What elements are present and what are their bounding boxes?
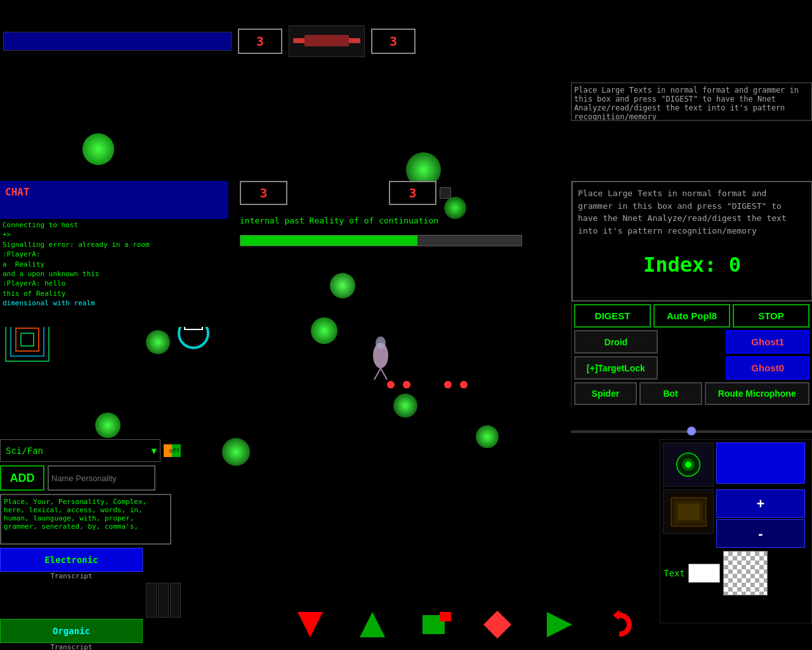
off-label: off xyxy=(169,448,180,454)
game-object xyxy=(393,394,417,418)
game-object xyxy=(82,133,114,165)
game-object xyxy=(222,438,250,466)
personality-desc[interactable]: Place, Your, Personality, Complex, here,… xyxy=(0,494,171,545)
add-row: ADD xyxy=(0,462,181,494)
thumbnail-row-2: + - xyxy=(660,489,811,548)
digest-box[interactable]: Place Large Texts in normal format and g… xyxy=(572,181,812,302)
text-input[interactable] xyxy=(688,564,720,583)
red-dot xyxy=(444,381,452,388)
red-dot xyxy=(387,381,395,388)
digest-button[interactable]: DIGEST xyxy=(574,304,651,328)
bottom-right-panel: + - Text xyxy=(660,439,812,623)
num-box-val1: 3 xyxy=(240,181,287,205)
organic-button[interactable]: Organic xyxy=(0,619,143,643)
thumbnail-row xyxy=(660,440,811,489)
name-personality-input[interactable] xyxy=(48,465,155,491)
personality-panel: Sci/Fan ▼ off ADD Place, Your, Personali… xyxy=(0,439,181,650)
grid-buttons-row xyxy=(0,583,181,618)
svg-rect-1 xyxy=(304,35,349,46)
player-character xyxy=(362,330,400,381)
thumbnail-1 xyxy=(663,442,714,487)
svg-point-3 xyxy=(376,336,386,349)
stop-button[interactable]: STOP xyxy=(733,304,809,328)
text-label-row: Text xyxy=(660,548,811,599)
progress-bar-fill xyxy=(240,235,417,246)
plus-button[interactable]: + xyxy=(716,489,805,518)
auto-popl8-button[interactable]: Auto Popl8 xyxy=(653,304,730,328)
bot-button[interactable]: Bot xyxy=(639,382,702,405)
button-row-2: Droid Ghost1 xyxy=(572,330,812,356)
nav-up-icon[interactable] xyxy=(355,607,390,642)
top-input-blue[interactable] xyxy=(3,32,232,51)
svg-marker-16 xyxy=(360,612,385,637)
nav-diamond-icon[interactable] xyxy=(480,607,515,642)
svg-marker-21 xyxy=(613,610,619,620)
top-image-box xyxy=(289,25,365,57)
electronic-button[interactable]: Electronic xyxy=(0,548,143,572)
slider-track xyxy=(571,430,812,433)
svg-rect-14 xyxy=(678,504,700,520)
svg-rect-18 xyxy=(440,612,451,621)
organic-section: Organic Transcript xyxy=(0,619,181,650)
target-lock-button[interactable]: [+]TargetLock xyxy=(574,356,658,380)
chat-panel: CHAT Connecting to host +> Signalling er… xyxy=(0,181,235,327)
svg-marker-15 xyxy=(298,612,323,637)
game-object xyxy=(476,425,499,448)
ghost0-button[interactable]: Ghost0 xyxy=(726,356,809,380)
game-object xyxy=(95,413,121,438)
red-dot xyxy=(403,381,410,388)
svg-point-10 xyxy=(685,461,691,468)
route-microphone-button[interactable]: Route Microphone xyxy=(705,382,810,405)
right-panel: Place Large Texts in normal format and g… xyxy=(571,181,812,408)
add-button[interactable]: ADD xyxy=(0,465,44,491)
svg-line-4 xyxy=(374,368,381,380)
grid-btn-2 xyxy=(158,583,169,618)
red-dot xyxy=(460,381,468,388)
internal-past-text: internal past Reality of of continuation xyxy=(240,216,438,225)
digest-text-top: Place Large Texts in normal format and g… xyxy=(571,83,812,121)
ghost1-button[interactable]: Ghost1 xyxy=(726,330,809,354)
sci-fan-dropdown[interactable]: Sci/Fan ▼ xyxy=(0,439,160,462)
game-object xyxy=(330,273,355,298)
dropdown-arrow-icon: ▼ xyxy=(151,446,159,456)
digest-box-text: Place Large Texts in normal format and g… xyxy=(578,189,787,235)
top-num-box-2: 3 xyxy=(371,29,416,54)
checkerboard-pattern xyxy=(723,551,768,595)
thumbnail-image-1 xyxy=(665,444,712,486)
button-row-3: [+]TargetLock Ghost0 xyxy=(572,356,812,382)
nav-redo-icon[interactable] xyxy=(605,607,639,642)
num-row: 3 3 xyxy=(240,181,451,205)
top-bar: 3 3 xyxy=(0,0,812,83)
thumbnail-2 xyxy=(663,489,714,534)
nav-undo-icon[interactable] xyxy=(293,607,328,642)
chat-messages: Connecting to host +> Signalling error: … xyxy=(0,219,235,310)
button-row-4: Spider Bot Route Microphone xyxy=(572,382,812,408)
top-num-box-1: 3 xyxy=(238,29,282,54)
svg-line-5 xyxy=(381,368,387,380)
spider-button[interactable]: Spider xyxy=(574,382,637,405)
slider-thumb[interactable] xyxy=(687,427,696,435)
nav-flag-icon[interactable] xyxy=(417,607,452,642)
sci-fan-row: Sci/Fan ▼ off xyxy=(0,439,181,462)
game-object xyxy=(311,317,337,344)
electronic-label: Electronic xyxy=(44,555,98,565)
text-label: Text xyxy=(664,568,685,578)
index-display: Index: 0 xyxy=(578,237,806,286)
minus-button[interactable]: - xyxy=(716,519,805,548)
button-row-1: DIGEST Auto Popl8 STOP xyxy=(572,302,812,330)
svg-marker-19 xyxy=(483,611,511,639)
slider-area[interactable] xyxy=(571,425,812,438)
chat-label: CHAT xyxy=(0,181,228,219)
num-box-val2: 3 xyxy=(389,181,436,205)
blue-rect-panel xyxy=(716,442,805,484)
off-indicator: off xyxy=(164,444,181,457)
droid-button[interactable]: Droid xyxy=(574,330,658,354)
game-object xyxy=(146,330,170,354)
nav-play-icon[interactable] xyxy=(542,607,577,642)
electronic-sub-label: Transcript xyxy=(0,572,143,580)
svg-marker-20 xyxy=(547,612,572,637)
electronic-section: Electronic Transcript xyxy=(0,548,181,580)
thumbnail-image-2 xyxy=(665,491,712,533)
grid-btn-1 xyxy=(146,583,157,618)
sci-fan-label: Sci/Fan xyxy=(6,446,43,456)
